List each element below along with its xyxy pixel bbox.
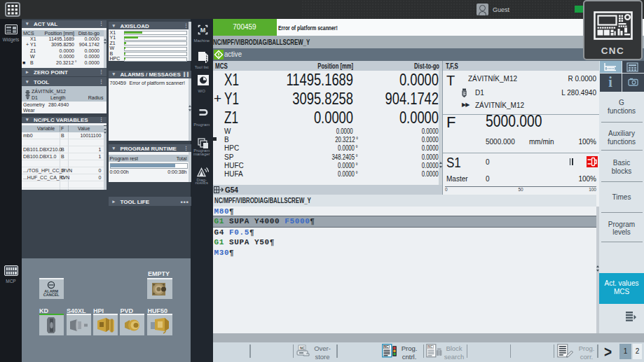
svg-text:NC: NC (428, 345, 433, 349)
svg-text:M: M (200, 27, 205, 34)
svg-text:NC: NC (300, 346, 306, 350)
svg-text:NC: NC (384, 345, 389, 349)
